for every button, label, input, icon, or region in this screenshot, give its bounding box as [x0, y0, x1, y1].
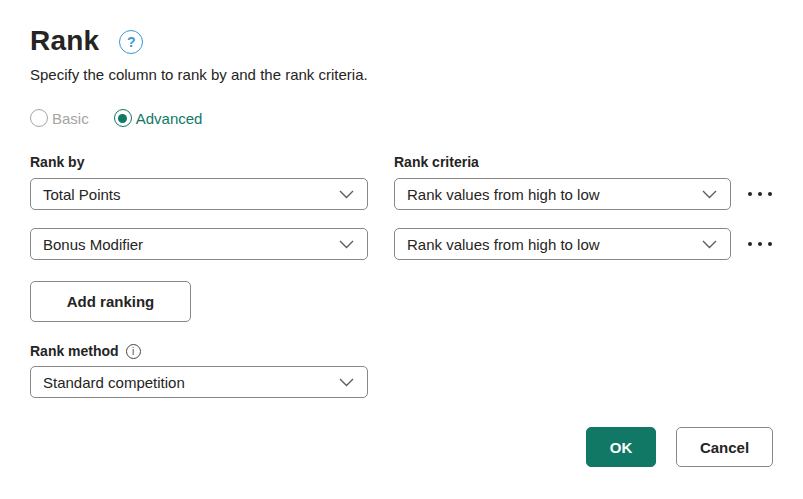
radio-basic[interactable]: Basic — [30, 109, 89, 127]
add-ranking-button[interactable]: Add ranking — [30, 281, 191, 322]
dialog-subtitle: Specify the column to rank by and the ra… — [30, 66, 773, 83]
chevron-down-icon — [339, 378, 354, 387]
ok-button[interactable]: OK — [586, 427, 656, 467]
chevron-down-icon — [702, 240, 717, 249]
rank-by-value-1: Total Points — [43, 186, 121, 203]
rank-method-value: Standard competition — [43, 374, 185, 391]
dialog-footer: OK Cancel — [586, 427, 773, 467]
cancel-button[interactable]: Cancel — [676, 427, 773, 467]
radio-basic-label: Basic — [52, 110, 89, 127]
rank-criteria-value-1: Rank values from high to low — [407, 186, 600, 203]
rank-method-label: Rank method — [30, 343, 119, 359]
rank-by-label: Rank by — [30, 154, 368, 170]
chevron-down-icon — [339, 190, 354, 199]
rank-dialog: Rank ? Specify the column to rank by and… — [0, 0, 803, 499]
help-icon[interactable]: ? — [119, 30, 143, 54]
mode-radio-group: Basic Advanced — [30, 109, 773, 127]
title-row: Rank ? — [30, 25, 773, 57]
page-title: Rank — [30, 25, 99, 57]
ranking-rows: Total Points Rank values from high to lo… — [30, 178, 773, 260]
radio-advanced-label: Advanced — [136, 110, 203, 127]
radio-advanced[interactable]: Advanced — [114, 109, 203, 127]
rank-method-label-row: Rank method i — [30, 343, 773, 359]
rank-method-dropdown[interactable]: Standard competition — [30, 366, 368, 398]
rank-criteria-value-2: Rank values from high to low — [407, 236, 600, 253]
rank-criteria-cell-2: Rank values from high to low — [394, 228, 774, 260]
radio-circle-selected-icon — [114, 109, 132, 127]
field-labels-row: Rank by Rank criteria — [30, 154, 773, 170]
rank-criteria-dropdown-2[interactable]: Rank values from high to low — [394, 228, 731, 260]
rank-by-dropdown-1[interactable]: Total Points — [30, 178, 368, 210]
radio-circle-icon — [30, 109, 48, 127]
rank-criteria-cell-1: Rank values from high to low — [394, 178, 774, 210]
info-icon[interactable]: i — [126, 344, 141, 359]
rank-by-value-2: Bonus Modifier — [43, 236, 143, 253]
rank-criteria-label: Rank criteria — [394, 154, 773, 170]
more-options-icon[interactable] — [746, 236, 774, 252]
rank-by-dropdown-2[interactable]: Bonus Modifier — [30, 228, 368, 260]
chevron-down-icon — [339, 240, 354, 249]
chevron-down-icon — [702, 190, 717, 199]
rank-criteria-dropdown-1[interactable]: Rank values from high to low — [394, 178, 731, 210]
more-options-icon[interactable] — [746, 186, 774, 202]
